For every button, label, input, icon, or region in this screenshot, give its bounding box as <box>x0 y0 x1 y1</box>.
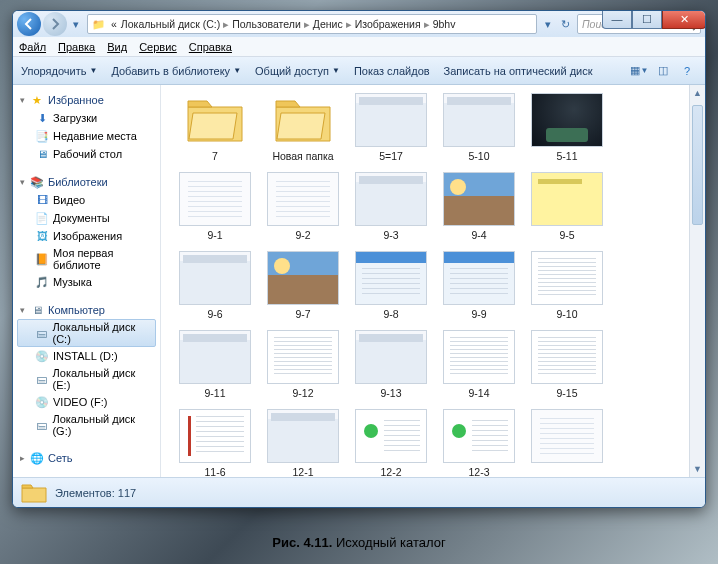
file-item[interactable]: 9-12 <box>261 330 345 399</box>
breadcrumb-1[interactable]: Пользователи <box>230 18 303 30</box>
thumbnail <box>179 330 251 384</box>
thumbnail <box>355 330 427 384</box>
sidebar-item-Видео[interactable]: 🎞Видео <box>17 191 156 209</box>
sidebar-item-Недавние места[interactable]: 📑Недавние места <box>17 127 156 145</box>
menu-edit[interactable]: Правка <box>58 41 95 53</box>
file-item[interactable]: 9-8 <box>349 251 433 320</box>
thumbnail <box>267 409 339 463</box>
file-label: 9-4 <box>471 229 486 241</box>
sidebar-item-INSTALL (D:)[interactable]: 💿INSTALL (D:) <box>17 347 156 365</box>
file-item[interactable]: 9-1 <box>173 172 257 241</box>
thumbnail <box>179 251 251 305</box>
file-label: 9-9 <box>471 308 486 320</box>
file-item[interactable]: 9-13 <box>349 330 433 399</box>
thumbnail <box>531 172 603 226</box>
file-item[interactable]: 9-7 <box>261 251 345 320</box>
menu-bar: Файл Правка Вид Сервис Справка <box>13 37 705 57</box>
breadcrumb-3[interactable]: Изображения <box>353 18 423 30</box>
sidebar-item-Загрузки[interactable]: ⬇Загрузки <box>17 109 156 127</box>
pc-icon: 🖥 <box>30 303 44 317</box>
file-item[interactable]: 5-11 <box>525 93 609 162</box>
file-item[interactable]: 12-1 <box>261 409 345 477</box>
file-item[interactable]: Новая папка <box>261 93 345 162</box>
sidebar-item-Локальный диск (G:)[interactable]: 🖴Локальный диск (G:) <box>17 411 156 439</box>
lib-icon: 📚 <box>30 175 44 189</box>
menu-help[interactable]: Справка <box>189 41 232 53</box>
file-item[interactable]: 9-6 <box>173 251 257 320</box>
sidebar-item-VIDEO (F:)[interactable]: 💿VIDEO (F:) <box>17 393 156 411</box>
sidebar-group-Библиотеки[interactable]: ▾📚Библиотеки <box>17 173 156 191</box>
thumbnail <box>179 172 251 226</box>
file-label: 5-10 <box>468 150 489 162</box>
sidebar-item-Рабочий стол[interactable]: 🖥Рабочий стол <box>17 145 156 163</box>
file-label: 9-7 <box>295 308 310 320</box>
close-button[interactable]: ✕ <box>662 10 706 29</box>
sidebar-item-Музыка[interactable]: 🎵Музыка <box>17 273 156 291</box>
vertical-scrollbar[interactable]: ▲ ▼ <box>689 85 705 477</box>
file-item[interactable]: 12-3 <box>437 409 521 477</box>
file-item[interactable]: 9-15 <box>525 330 609 399</box>
file-item[interactable]: 5-10 <box>437 93 521 162</box>
scroll-down-button[interactable]: ▼ <box>690 461 705 477</box>
breadcrumb-0[interactable]: Локальный диск (C:) <box>119 18 222 30</box>
help-button[interactable]: ? <box>677 61 697 81</box>
thumbnail <box>443 330 515 384</box>
nav-back-button[interactable] <box>17 12 41 36</box>
sidebar-item-Документы[interactable]: 📄Документы <box>17 209 156 227</box>
breadcrumb-4[interactable]: 9bhv <box>431 18 458 30</box>
sidebar-group-Компьютер[interactable]: ▾🖥Компьютер <box>17 301 156 319</box>
file-label: 9-15 <box>556 387 577 399</box>
thumbnail <box>443 409 515 463</box>
nav-forward-button[interactable] <box>43 12 67 36</box>
file-label: 12-2 <box>380 466 401 477</box>
breadcrumb-2[interactable]: Денис <box>311 18 345 30</box>
dl-icon: ⬇ <box>35 111 49 125</box>
maximize-button[interactable]: ☐ <box>632 10 662 29</box>
file-item[interactable] <box>525 409 609 477</box>
sidebar-item-Изображения[interactable]: 🖼Изображения <box>17 227 156 245</box>
toolbar: Упорядочить▼ Добавить в библиотеку▼ Общи… <box>13 57 705 85</box>
refresh-button[interactable]: ↻ <box>557 18 573 31</box>
file-label: 9-10 <box>556 308 577 320</box>
file-label: 7 <box>212 150 218 162</box>
history-dropdown[interactable]: ▾ <box>69 18 83 31</box>
sidebar-group-Сеть[interactable]: ▸🌐Сеть <box>17 449 156 467</box>
file-item[interactable]: 12-2 <box>349 409 433 477</box>
minimize-button[interactable]: — <box>602 10 632 29</box>
view-mode-button[interactable]: ▦▼ <box>629 61 649 81</box>
scroll-track[interactable] <box>690 101 705 461</box>
burn-button[interactable]: Записать на оптический диск <box>444 65 593 77</box>
sidebar-item-Локальный диск (C:)[interactable]: 🖴Локальный диск (C:) <box>17 319 156 347</box>
content-area[interactable]: 7Новая папка5=175-105-119-19-29-39-49-59… <box>161 85 689 477</box>
file-label: 5=17 <box>379 150 403 162</box>
address-bar[interactable]: 📁 « Локальный диск (C:) ▸ Пользователи ▸… <box>87 14 537 34</box>
scroll-thumb[interactable] <box>692 105 703 225</box>
scroll-up-button[interactable]: ▲ <box>690 85 705 101</box>
file-label: 9-6 <box>207 308 222 320</box>
file-item[interactable]: 9-2 <box>261 172 345 241</box>
file-item[interactable]: 9-10 <box>525 251 609 320</box>
add-to-library-button[interactable]: Добавить в библиотеку▼ <box>111 65 241 77</box>
file-item[interactable]: 9-11 <box>173 330 257 399</box>
file-item[interactable]: 9-14 <box>437 330 521 399</box>
share-button[interactable]: Общий доступ▼ <box>255 65 340 77</box>
organize-button[interactable]: Упорядочить▼ <box>21 65 97 77</box>
sidebar-item-Моя первая библиоте[interactable]: 📙Моя первая библиоте <box>17 245 156 273</box>
file-item[interactable]: 11-6 <box>173 409 257 477</box>
sidebar-item-Локальный диск (E:)[interactable]: 🖴Локальный диск (E:) <box>17 365 156 393</box>
file-item[interactable]: 9-3 <box>349 172 433 241</box>
address-dropdown[interactable]: ▾ <box>541 18 555 31</box>
menu-view[interactable]: Вид <box>107 41 127 53</box>
preview-pane-button[interactable]: ◫ <box>653 61 673 81</box>
menu-file[interactable]: Файл <box>19 41 46 53</box>
file-item[interactable]: 7 <box>173 93 257 162</box>
sidebar-group-Избранное[interactable]: ▾★Избранное <box>17 91 156 109</box>
thumbnail <box>531 409 603 463</box>
file-item[interactable]: 9-9 <box>437 251 521 320</box>
file-item[interactable]: 5=17 <box>349 93 433 162</box>
file-item[interactable]: 9-4 <box>437 172 521 241</box>
menu-tools[interactable]: Сервис <box>139 41 177 53</box>
thumbnail <box>355 93 427 147</box>
file-item[interactable]: 9-5 <box>525 172 609 241</box>
slideshow-button[interactable]: Показ слайдов <box>354 65 430 77</box>
